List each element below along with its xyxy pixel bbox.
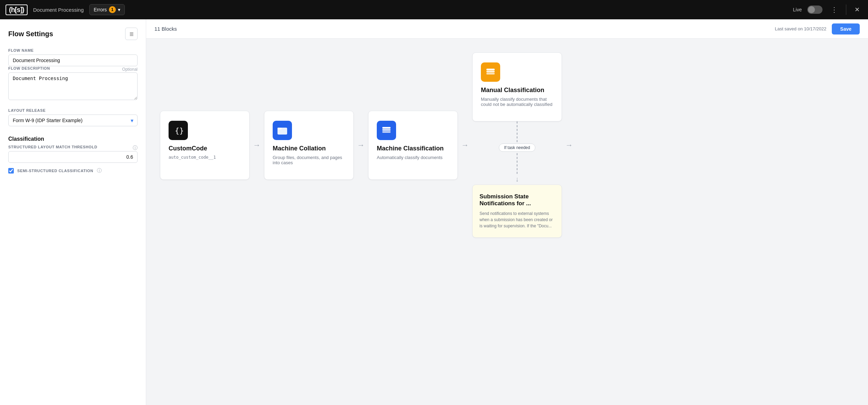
node-subtitle-machine-classification: Automatically classify documents <box>377 155 443 160</box>
svg-rect-3 <box>382 131 391 133</box>
flow-name-input[interactable] <box>8 55 138 66</box>
custom-code-icon-wrap: {} <box>169 121 188 140</box>
semi-structured-info-icon[interactable]: ⓘ <box>97 168 102 174</box>
canvas-area: 11 Blocks Last saved on 10/17/2022 Save … <box>146 19 868 405</box>
svg-rect-2 <box>277 128 282 129</box>
classification-section-title: Classification <box>8 136 138 142</box>
flow-description-textarea[interactable]: Document Processing <box>8 72 138 100</box>
errors-button[interactable]: Errors 1 ▾ <box>89 4 125 15</box>
semi-structured-label: SEMI-STRUCTURED CLASSIFICATION <box>17 169 93 173</box>
svg-rect-4 <box>382 129 391 131</box>
node-custom-code[interactable]: {} CustomCode auto_custom_code__1 <box>160 111 250 180</box>
sidebar-header: Flow Settings ≣ <box>8 28 138 40</box>
blocks-count-label: 11 Blocks <box>154 26 177 32</box>
semi-structured-row: SEMI-STRUCTURED CLASSIFICATION ⓘ <box>8 168 138 174</box>
branch-column: If task needed ↓ Submission State Notifi… <box>472 121 562 238</box>
custom-code-icon: {} <box>173 126 183 135</box>
machine-classification-icon-wrap <box>377 121 396 140</box>
manual-classification-column: Manual Classification Manually classify … <box>472 52 562 238</box>
node-machine-collation[interactable]: Machine Collation Group files, documents… <box>264 111 354 180</box>
canvas-toolbar-right: Last saved on 10/17/2022 Save <box>775 23 860 34</box>
node-manual-classification[interactable]: Manual Classification Manually classify … <box>472 52 562 121</box>
sidebar: Flow Settings ≣ FLOW NAME FLOW DESCRIPTI… <box>0 19 146 405</box>
node-submission-state[interactable]: Submission State Notifications for ... S… <box>472 185 562 238</box>
semi-structured-checkbox[interactable] <box>8 168 14 174</box>
arrow-2: → <box>354 141 368 150</box>
submission-state-title: Submission State Notifications for ... <box>480 193 555 207</box>
branch-dashed-line-top <box>517 121 517 142</box>
canvas-content: {} CustomCode auto_custom_code__1 → <box>160 52 854 238</box>
topbar: (h[s]) Document Processing Errors 1 ▾ Li… <box>0 0 868 19</box>
manual-classification-icon-wrap <box>481 62 500 82</box>
topbar-divider <box>846 4 846 15</box>
machine-collation-icon-wrap <box>273 121 292 140</box>
close-button[interactable]: ✕ <box>852 4 862 15</box>
flow-row-main: {} CustomCode auto_custom_code__1 → <box>160 52 576 238</box>
flow-description-label: FLOW DESCRIPTION <box>8 66 50 70</box>
sidebar-list-icon-button[interactable]: ≣ <box>125 28 138 40</box>
errors-count-badge: 1 <box>109 6 116 13</box>
threshold-label: STRUCTURED LAYOUT MATCH THRESHOLD <box>8 145 97 149</box>
node-subtitle-machine-collation: Group files, documents, and pages into c… <box>273 155 345 165</box>
canvas-scroll[interactable]: {} CustomCode auto_custom_code__1 → <box>146 39 868 405</box>
branch-arrow-down-icon: ↓ <box>515 175 519 183</box>
errors-label: Errors <box>94 7 107 12</box>
threshold-info-icon[interactable]: ⓘ <box>133 145 138 151</box>
svg-rect-5 <box>382 127 391 129</box>
svg-rect-6 <box>486 73 495 75</box>
last-saved-label: Last saved on 10/17/2022 <box>775 26 827 31</box>
layers-blue-icon <box>381 125 392 136</box>
threshold-input[interactable] <box>8 151 138 163</box>
threshold-label-row: STRUCTURED LAYOUT MATCH THRESHOLD ⓘ <box>8 145 138 151</box>
svg-rect-8 <box>486 69 495 70</box>
layout-release-select[interactable]: Form W-9 (IDP Starter Example) <box>8 115 138 126</box>
branch-dashed-line-bottom <box>517 153 517 174</box>
app-logo: (h[s]) <box>6 4 28 15</box>
errors-dropdown-chevron: ▾ <box>118 7 120 12</box>
arrow-1: → <box>250 141 264 150</box>
flow-name-label: FLOW NAME <box>8 48 138 52</box>
layout-release-select-wrapper: Form W-9 (IDP Starter Example) ▾ <box>8 115 138 126</box>
live-toggle[interactable] <box>807 6 822 14</box>
flow-description-optional: Optional <box>122 67 138 72</box>
list-icon: ≣ <box>129 31 134 37</box>
svg-text:{}: {} <box>175 126 183 135</box>
layout-release-label: LAYOUT RELEASE <box>8 108 138 112</box>
submission-state-subtitle: Send notifications to external systems w… <box>480 210 555 229</box>
main-layout: Flow Settings ≣ FLOW NAME FLOW DESCRIPTI… <box>0 19 868 405</box>
node-machine-classification[interactable]: Machine Classification Automatically cla… <box>368 111 458 180</box>
layers-orange-icon <box>485 67 496 78</box>
flow-description-label-row: FLOW DESCRIPTION Optional <box>8 66 138 72</box>
node-title-machine-collation: Machine Collation <box>273 145 326 152</box>
arrow-4: → <box>562 141 576 150</box>
sidebar-title: Flow Settings <box>8 30 53 38</box>
document-title: Document Processing <box>33 7 84 13</box>
live-label: Live <box>793 7 802 12</box>
arrow-3: → <box>458 141 472 150</box>
node-title-custom-code: CustomCode <box>169 145 207 152</box>
live-toggle-knob <box>808 6 815 13</box>
save-button[interactable]: Save <box>832 23 860 34</box>
more-menu-button[interactable]: ⋮ <box>828 4 840 15</box>
folder-icon <box>277 125 288 136</box>
canvas-toolbar: 11 Blocks Last saved on 10/17/2022 Save <box>146 19 868 39</box>
node-title-manual-classification: Manual Classification <box>481 87 544 94</box>
node-title-machine-classification: Machine Classification <box>377 145 444 152</box>
svg-rect-7 <box>486 71 495 72</box>
branch-label: If task needed <box>499 144 535 152</box>
node-subtitle-custom-code: auto_custom_code__1 <box>169 155 216 160</box>
node-subtitle-manual-classification: Manually classify documents that could n… <box>481 97 553 107</box>
